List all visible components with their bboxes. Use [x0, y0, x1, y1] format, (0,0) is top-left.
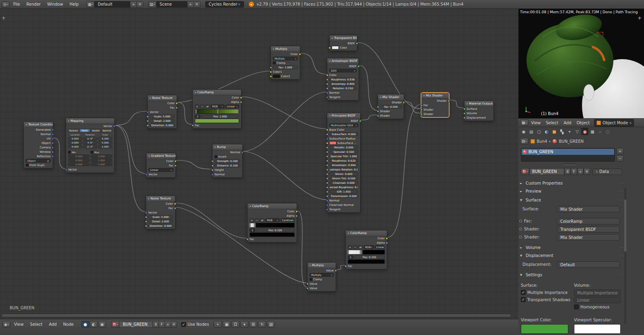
- node-row-multiscatter-ggx[interactable]: Multiscatter GGX▾: [327, 123, 360, 127]
- value-slider[interactable]: Roughness: 0.836: [329, 78, 357, 81]
- shader-type-object-icon[interactable]: ●: [81, 321, 89, 328]
- value-slider[interactable]: Clearcoat: 0.000: [329, 181, 358, 185]
- list-resize-grip[interactable]: [564, 163, 576, 165]
- node-row-fac[interactable]: Fac: 0.500: [378, 105, 404, 109]
- multiple-importance-checkbox[interactable]: ✓: [521, 290, 526, 295]
- node-socket[interactable]: [326, 146, 328, 149]
- node-header[interactable]: ▾Mix Shader: [378, 95, 404, 100]
- value-slider[interactable]: Distortion: 0.000: [150, 123, 175, 127]
- editor-type-node-icon[interactable]: ◉▾: [2, 321, 10, 328]
- use-nodes-toggle[interactable]: ✓ Use Nodes: [181, 321, 209, 328]
- object-picker-field[interactable]: Object:◎: [26, 159, 51, 162]
- object-icon[interactable]: ■: [551, 128, 558, 135]
- node-socket[interactable]: [174, 203, 176, 205]
- minmax-checkbox[interactable]: Min: [68, 150, 90, 154]
- node-row-roughness[interactable]: Roughness: 0.836: [327, 77, 359, 82]
- toggle-vector[interactable]: Vector: [91, 129, 101, 132]
- node-socket[interactable]: [147, 124, 149, 127]
- node-header[interactable]: ▾Multiply: [271, 46, 300, 52]
- node-socket[interactable]: [356, 42, 358, 45]
- node-socket[interactable]: [145, 173, 148, 176]
- node-row-ramp[interactable]: [193, 109, 241, 114]
- physics-icon[interactable]: ◌: [604, 128, 611, 135]
- panel-preview[interactable]: ► Preview ∷∷: [520, 188, 624, 194]
- node-header[interactable]: ▾Noise Texture: [146, 196, 175, 201]
- homogeneous-checkbox[interactable]: [574, 304, 579, 309]
- panel-grip-icon[interactable]: ∷∷: [619, 181, 624, 185]
- panel-grip-icon[interactable]: ∷∷: [619, 273, 624, 277]
- node-socket[interactable]: [463, 117, 466, 119]
- value-slider[interactable]: Metallic: 0.000: [329, 146, 358, 149]
- node-row-from-dupli[interactable]: From Dupli: [24, 163, 53, 167]
- breadcrumb-object[interactable]: Bun4: [537, 139, 547, 144]
- render-layers-icon[interactable]: ▤: [528, 128, 535, 135]
- browse-screen-layout-icon[interactable]: ▦▾: [86, 1, 95, 8]
- node-row-colorbar[interactable]: [193, 119, 241, 123]
- panel-displacement[interactable]: ▼ Displacement ∷∷: [520, 253, 624, 259]
- displacement-dropdown[interactable]: Default: [557, 261, 620, 268]
- node-row-colorbar[interactable]: [248, 232, 297, 237]
- node-socket[interactable]: [147, 111, 149, 113]
- node-socket[interactable]: [326, 142, 328, 144]
- material-slot-active[interactable]: BUN_GREEN: [522, 149, 614, 155]
- menu-add[interactable]: Add: [561, 121, 574, 125]
- node-socket[interactable]: [52, 151, 54, 153]
- node-ramp2[interactable]: ▾ColorRampColorAlpha+−⇄RGB▾Cardinal▾1Pos…: [247, 203, 297, 243]
- node-socket[interactable]: [211, 169, 214, 171]
- toggle-point[interactable]: Point: [79, 129, 90, 132]
- value-slider[interactable]: Anisotropic: 0.894: [329, 163, 358, 167]
- node-socket[interactable]: [328, 47, 331, 49]
- node-row-fac[interactable]: Fac: 1.000: [271, 65, 300, 70]
- mapping-field[interactable]: 0.000: [68, 141, 82, 144]
- node-header[interactable]: ▾Material Output: [464, 101, 493, 107]
- node-editor-canvas[interactable]: ▾Texture CoordinateGeneratedNormalUVObje…: [0, 9, 519, 319]
- node-row-anisotropic[interactable]: Anisotropic: 0.894: [327, 163, 360, 167]
- mapping-field[interactable]: 0.000: [68, 137, 82, 140]
- node-socket[interactable]: [420, 104, 423, 107]
- value-slider[interactable]: Strength: 0.200: [215, 159, 240, 163]
- node-socket[interactable]: [270, 66, 272, 69]
- mapping-field[interactable]: X: 0°: [83, 137, 97, 140]
- ramp-handle[interactable]: [254, 223, 255, 228]
- ramp-handle[interactable]: [250, 223, 251, 228]
- ramp-button[interactable]: ⇄: [205, 105, 210, 108]
- node-row-multiply[interactable]: Multiply▾: [271, 56, 300, 61]
- fake-user-button[interactable]: F: [571, 168, 577, 175]
- ramp-button[interactable]: −: [353, 245, 357, 249]
- node-row-detail[interactable]: Detail: 2.000: [146, 219, 175, 224]
- node-row-invert[interactable]: Invert: [213, 154, 242, 159]
- node-row-distortion[interactable]: Distortion: 0.000: [148, 123, 177, 127]
- node-socket[interactable]: [211, 164, 214, 167]
- node-socket[interactable]: [326, 186, 328, 189]
- value-slider[interactable]: Anisotropic Rotation: 0.000: [329, 168, 358, 171]
- node-mix2[interactable]: ▾Mix ShaderShaderFacShaderShader: [421, 92, 449, 117]
- users-count-button[interactable]: 4: [564, 168, 571, 175]
- node-row-anisotropic-rotation[interactable]: Anisotropic Rotation: 0.000: [327, 167, 360, 172]
- unlink-material-button[interactable]: ✕: [584, 168, 590, 175]
- add-screen-layout-button[interactable]: +: [130, 1, 137, 8]
- node-row-btnrow[interactable]: TexturePointVectorNormal: [66, 128, 114, 133]
- node-socket[interactable]: [326, 164, 328, 166]
- node-socket[interactable]: [463, 112, 466, 115]
- node-row-clearcoat-roughness[interactable]: Clearcoat Roughness: 0.030: [327, 185, 360, 189]
- render-engine-dropdown[interactable]: Cycles Render⇅: [205, 1, 244, 8]
- menu-file[interactable]: File: [10, 2, 23, 6]
- horizontal-scrollbar[interactable]: [2, 314, 511, 317]
- node-row-transmission[interactable]: Transmission: 0.000: [327, 194, 360, 198]
- value-slider[interactable]: Detail: 2.000: [148, 220, 173, 223]
- value-slider[interactable]: Transmission: 0.000: [329, 194, 358, 198]
- object-data-icon[interactable]: ▽: [574, 128, 581, 135]
- node-socket[interactable]: [326, 129, 328, 131]
- collapse-icon[interactable]: ►: [520, 246, 524, 249]
- value-slider[interactable]: Subsurface: 0.000: [329, 132, 358, 136]
- ramp-index-field[interactable]: 2: [195, 115, 200, 118]
- node-row-scale[interactable]: Scale: 5.000: [148, 114, 177, 119]
- value-slider[interactable]: Sheen Tint: 0.500: [329, 177, 358, 180]
- node-socket[interactable]: [345, 265, 347, 267]
- node-socket[interactable]: [145, 216, 147, 218]
- collapse-icon[interactable]: ►: [520, 190, 524, 193]
- data-mode-dropdown[interactable]: ⇅Data: [592, 169, 622, 175]
- scene-field[interactable]: Scene: [156, 1, 188, 8]
- node-header[interactable]: ▾ColorRamp: [248, 203, 297, 209]
- node-header[interactable]: ▾Transparent BSDF: [330, 35, 357, 41]
